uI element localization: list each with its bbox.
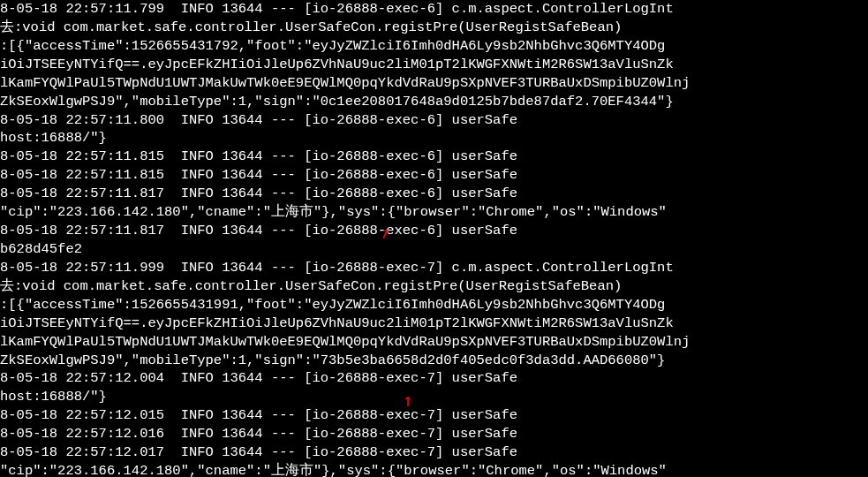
log-line: 8-05-18 22:57:11.999 INFO 13644 --- [io-… <box>0 259 868 277</box>
log-line: :[{"accessTime":1526655431991,"foot":"ey… <box>0 296 868 314</box>
log-line: b628d45fe2 <box>0 240 868 259</box>
log-line: 8-05-18 22:57:11.800 INFO 13644 --- [io-… <box>0 111 868 130</box>
log-line: lKamFYQWlPaUl5TWpNdU1UWTJMakUwTWk0eE9EQW… <box>0 74 868 93</box>
log-line: 8-05-18 22:57:11.815 INFO 13644 --- [io-… <box>0 166 868 185</box>
log-line: iOiJTSEEyNTYifQ==.eyJpcEFkZHIiOiJleUp6ZV… <box>0 314 868 333</box>
log-line: ZkSEoxWlgwPSJ9","mobileType":1,"sign":"0… <box>0 93 868 111</box>
log-line: 8-05-18 22:57:12.004 INFO 13644 --- [io-… <box>0 369 868 388</box>
log-line: lKamFYQWlPaUl5TWpNdU1UWTJMakUwTWk0eE9EQW… <box>0 333 868 352</box>
log-line: 8-05-18 22:57:11.799 INFO 13644 --- [io-… <box>0 0 868 19</box>
log-line: iOiJTSEEyNTYifQ==.eyJpcEFkZHIiOiJleUp6ZV… <box>0 56 868 74</box>
log-line: 去:void com.market.safe.controller.UserSa… <box>0 277 868 296</box>
log-line: 去:void com.market.safe.controller.UserSa… <box>0 19 868 37</box>
log-line: 8-05-18 22:57:11.815 INFO 13644 --- [io-… <box>0 148 868 166</box>
log-line: "cip":"223.166.142.180","cname":"上海市"},"… <box>0 203 868 222</box>
log-line: 8-05-18 22:57:12.015 INFO 13644 --- [io-… <box>0 406 868 425</box>
log-line: ZkSEoxWlgwPSJ9","mobileType":1,"sign":"7… <box>0 352 868 370</box>
log-line: host:16888/"} <box>0 129 868 148</box>
log-line: 8-05-18 22:57:12.016 INFO 13644 --- [io-… <box>0 425 868 443</box>
log-line: 8-05-18 22:57:12.017 INFO 13644 --- [io-… <box>0 443 868 462</box>
log-line: "cip":"223.166.142.180","cname":"上海市"},"… <box>0 462 868 477</box>
log-line: 8-05-18 22:57:11.817 INFO 13644 --- [io-… <box>0 185 868 203</box>
log-line: host:16888/"} <box>0 388 868 406</box>
log-output: 8-05-18 22:57:11.799 INFO 13644 --- [io-… <box>0 0 868 477</box>
log-line: 8-05-18 22:57:11.817 INFO 13644 --- [io-… <box>0 222 868 240</box>
log-line: :[{"accessTime":1526655431792,"foot":"ey… <box>0 37 868 56</box>
